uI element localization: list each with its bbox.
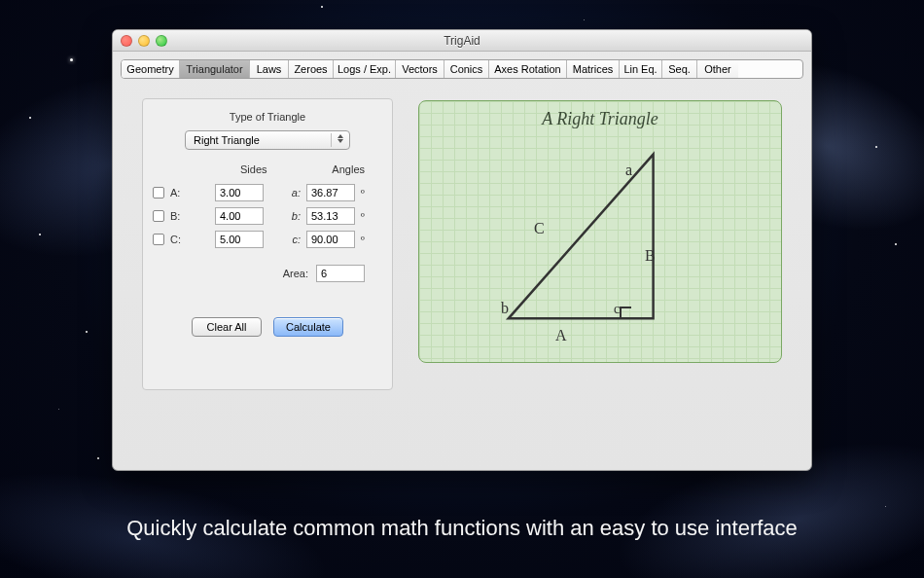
angles-header: Angles (332, 163, 365, 175)
tab-seq-[interactable]: Seq. (662, 60, 697, 78)
angle-field[interactable] (306, 231, 355, 248)
triangle-diagram: A Right Triangle a b c C B A (418, 100, 782, 363)
side-label: C: (170, 234, 184, 245)
tab-other[interactable]: Other (697, 60, 738, 78)
panel-heading: Type of Triangle (153, 111, 382, 123)
vertex-a-label: a (625, 162, 632, 179)
window-title: TrigAid (113, 34, 811, 48)
right-angle-icon (620, 307, 631, 318)
side-checkbox[interactable] (153, 234, 164, 245)
titlebar: TrigAid (113, 30, 811, 52)
tab-axes-rotation[interactable]: Axes Rotation (489, 60, 567, 78)
tab-geometry[interactable]: Geometry (122, 60, 180, 78)
area-field[interactable] (316, 265, 365, 282)
input-row: B:b:º (153, 204, 382, 228)
side-checkbox[interactable] (153, 210, 164, 222)
tab-triangulator[interactable]: Triangulator (180, 60, 250, 78)
tab-matrices[interactable]: Matrices (567, 60, 620, 78)
tab-vectors[interactable]: Vectors (396, 60, 444, 78)
tab-zeroes[interactable]: Zeroes (289, 60, 334, 78)
side-a-label: A (555, 327, 567, 344)
area-label: Area: (283, 268, 308, 279)
side-label: A: (170, 187, 184, 199)
side-field[interactable] (215, 207, 264, 225)
input-row: C:c:º (153, 228, 382, 251)
side-c-label: C (534, 220, 545, 237)
marketing-caption: Quickly calculate common math functions … (0, 516, 924, 541)
sides-header: Sides (240, 163, 267, 175)
angle-label: a: (287, 187, 301, 199)
side-label: B: (170, 210, 184, 222)
angle-field[interactable] (306, 207, 355, 225)
triangle-type-select[interactable]: Right Triangle (185, 130, 350, 150)
degree-symbol: º (361, 211, 371, 222)
calculate-button[interactable]: Calculate (273, 317, 343, 337)
side-b-label: B (645, 247, 656, 265)
angle-label: b: (287, 210, 301, 222)
app-window: TrigAid GeometryTriangulatorLawsZeroesLo… (112, 29, 812, 471)
angle-label: c: (287, 234, 301, 245)
vertex-c-label: c (614, 302, 620, 317)
select-arrows-icon (338, 134, 343, 143)
tab-laws[interactable]: Laws (250, 60, 289, 78)
clear-all-button[interactable]: Clear All (192, 317, 262, 337)
side-field[interactable] (215, 184, 264, 201)
input-panel: Type of Triangle Right Triangle Sides An… (142, 98, 393, 390)
vertex-b-label: b (501, 300, 509, 317)
side-checkbox[interactable] (153, 187, 164, 199)
degree-symbol: º (361, 235, 371, 245)
select-value: Right Triangle (194, 134, 260, 146)
tab-lin-eq-[interactable]: Lin Eq. (620, 60, 662, 78)
side-field[interactable] (215, 231, 264, 248)
degree-symbol: º (361, 188, 371, 199)
angle-field[interactable] (306, 184, 355, 201)
tab-conics[interactable]: Conics (444, 60, 489, 78)
input-row: A:a:º (153, 181, 382, 204)
tab-bar: GeometryTriangulatorLawsZeroesLogs / Exp… (121, 59, 803, 79)
tab-logs-exp-[interactable]: Logs / Exp. (334, 60, 396, 78)
